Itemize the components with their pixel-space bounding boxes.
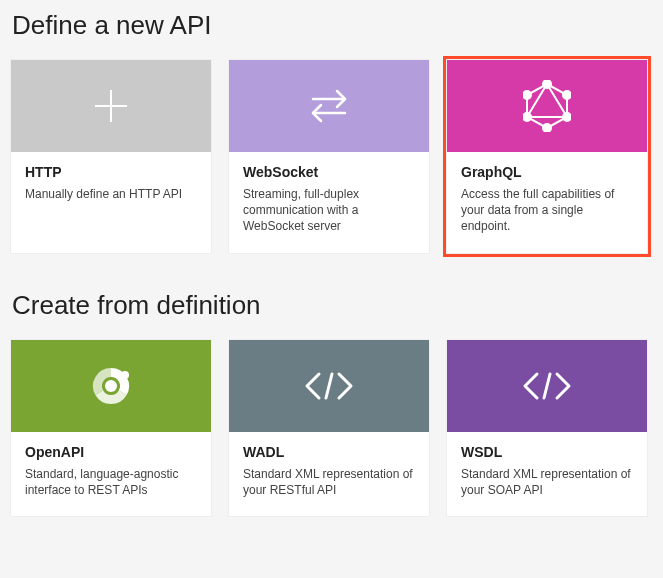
card-desc: Streaming, full-duplex communication wit… <box>243 186 415 235</box>
svg-line-15 <box>544 374 550 398</box>
card-websocket[interactable]: WebSocket Streaming, full-duplex communi… <box>228 59 430 254</box>
card-desc: Standard XML representation of your REST… <box>243 466 415 498</box>
card-wsdl[interactable]: WSDL Standard XML representation of your… <box>446 339 648 517</box>
card-openapi[interactable]: OpenAPI Standard, language-agnostic inte… <box>10 339 212 517</box>
section-title-create: Create from definition <box>12 290 653 321</box>
arrows-exchange-icon <box>229 60 429 152</box>
card-wadl[interactable]: WADL Standard XML representation of your… <box>228 339 430 517</box>
card-graphql[interactable]: GraphQL Access the full capabilities of … <box>446 59 648 254</box>
card-body: WSDL Standard XML representation of your… <box>447 432 647 516</box>
card-title: HTTP <box>25 164 197 180</box>
svg-point-9 <box>543 124 551 132</box>
card-title: WADL <box>243 444 415 460</box>
card-body: OpenAPI Standard, language-agnostic inte… <box>11 432 211 516</box>
section-title-define: Define a new API <box>12 10 653 41</box>
card-body: HTTP Manually define an HTTP API <box>11 152 211 253</box>
card-desc: Access the full capabilities of your dat… <box>461 186 633 235</box>
svg-point-8 <box>563 113 571 121</box>
card-desc: Standard XML representation of your SOAP… <box>461 466 633 498</box>
code-brackets-icon <box>447 340 647 432</box>
svg-point-10 <box>523 113 531 121</box>
svg-line-14 <box>326 374 332 398</box>
card-title: WSDL <box>461 444 633 460</box>
svg-point-7 <box>563 91 571 99</box>
code-brackets-icon <box>229 340 429 432</box>
card-body: GraphQL Access the full capabilities of … <box>447 152 647 253</box>
svg-point-12 <box>105 380 117 392</box>
card-body: WebSocket Streaming, full-duplex communi… <box>229 152 429 253</box>
graphql-icon <box>447 60 647 152</box>
openapi-icon <box>11 340 211 432</box>
create-card-row: OpenAPI Standard, language-agnostic inte… <box>10 339 653 517</box>
card-http[interactable]: HTTP Manually define an HTTP API <box>10 59 212 254</box>
card-title: OpenAPI <box>25 444 197 460</box>
svg-point-6 <box>543 80 551 88</box>
card-title: GraphQL <box>461 164 633 180</box>
define-card-row: HTTP Manually define an HTTP API WebSock… <box>10 59 653 254</box>
card-body: WADL Standard XML representation of your… <box>229 432 429 516</box>
card-title: WebSocket <box>243 164 415 180</box>
card-desc: Manually define an HTTP API <box>25 186 197 202</box>
card-desc: Standard, language-agnostic interface to… <box>25 466 197 498</box>
svg-point-13 <box>121 371 129 379</box>
svg-point-11 <box>523 91 531 99</box>
plus-icon <box>11 60 211 152</box>
